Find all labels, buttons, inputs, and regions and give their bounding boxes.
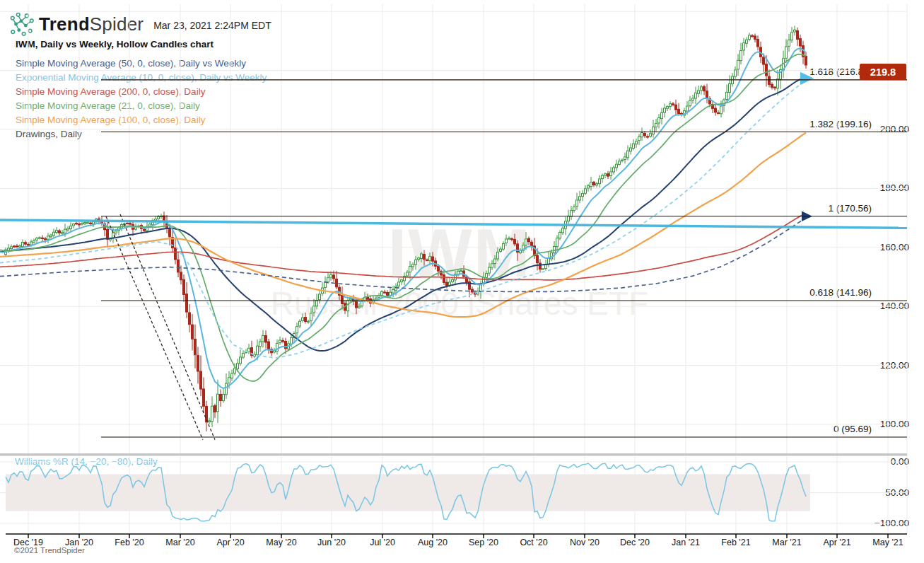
price-tick-label: 100.00 <box>880 419 909 429</box>
header: TrendSpider Mar 23, 2021 2:24PM EDT <box>9 11 271 37</box>
indicator-tick-label: 0.00 <box>891 456 909 467</box>
indicator-tick-label: −50.00 <box>879 487 909 498</box>
chart-timestamp: Mar 23, 2021 2:24PM EDT <box>153 20 271 31</box>
x-axis-label: Apr '20 <box>206 538 255 547</box>
x-axis-label: Apr '21 <box>812 538 862 547</box>
copyright: ©2021 TrendSpider <box>14 546 85 555</box>
x-axis-label: Jul '20 <box>358 538 407 547</box>
price-tick-label: 180.00 <box>880 182 909 193</box>
brand-bold: Trend <box>39 13 90 35</box>
legend-item[interactable]: Simple Moving Average (200, 0, close), D… <box>16 85 267 99</box>
x-axis-label: Sep '20 <box>459 538 508 547</box>
williams-label: Williams %R (14, −20, −80), Daily <box>15 456 158 467</box>
legend-item[interactable]: Simple Moving Average (50, 0, close), Da… <box>16 57 267 71</box>
fib-label: 1 (170.56) <box>828 203 872 214</box>
fib-label: 1.618 (216.83) <box>809 66 872 77</box>
price-tick-label: 140.00 <box>880 301 909 311</box>
x-axis-label: Mar '21 <box>762 538 812 547</box>
x-axis-label: May '20 <box>257 538 306 547</box>
brand-light: Spider <box>90 13 144 35</box>
price-tick-label: 120.00 <box>880 360 909 371</box>
legend-item[interactable]: Exponential Moving Average (10, 0, close… <box>16 71 267 85</box>
legend-item[interactable]: Simple Moving Average (100, 0, close), D… <box>16 113 267 127</box>
indicator-tick-label: −100.00 <box>875 518 909 528</box>
indicator-legend: Simple Moving Average (50, 0, close), Da… <box>16 57 267 141</box>
fib-label: 1.382 (199.16) <box>809 119 872 129</box>
price-tick-label: 200.00 <box>880 124 909 134</box>
trendspider-chart-export: IWM Russell 2000 iShares ETF <box>0 0 924 563</box>
x-axis-label: Dec '20 <box>610 538 660 547</box>
legend-item[interactable]: Drawings, Daily <box>16 127 267 141</box>
x-axis-label: Jan '21 <box>661 538 710 547</box>
x-axis-label: May '21 <box>863 538 913 547</box>
trendspider-logo-icon <box>9 11 35 37</box>
fib-label: 0.618 (141.96) <box>809 287 872 298</box>
x-axis-label: Aug '20 <box>408 538 457 547</box>
brand-logo-text: TrendSpider <box>39 13 144 35</box>
price-tick-label: 160.00 <box>880 242 909 253</box>
x-axis-label: Oct '20 <box>509 538 559 547</box>
fib-label: 0 (95.69) <box>834 424 872 434</box>
x-axis-label: Mar '20 <box>156 538 205 547</box>
legend-item[interactable]: Simple Moving Average (21, 0, close), Da… <box>16 99 267 113</box>
x-axis-label: Nov '20 <box>560 538 609 547</box>
x-axis-label: Feb '21 <box>711 538 761 547</box>
chart-title: IWM, Daily vs Weekly, Hollow Candles cha… <box>16 39 214 50</box>
x-axis-label: Jun '20 <box>307 538 356 547</box>
x-axis-label: Feb '20 <box>105 538 154 547</box>
